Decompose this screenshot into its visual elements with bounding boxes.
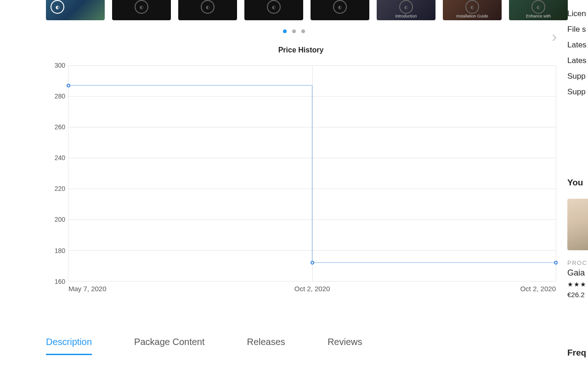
thumbnail-2[interactable]: ◐ [178,0,237,20]
recommended-price: €26.2 [567,291,588,299]
recommended-eyebrow: PROC [567,259,588,266]
thumbnail-caption: Introduction [377,14,435,18]
data-point[interactable] [311,261,314,264]
data-point[interactable] [67,84,70,87]
y-tick: 240 [46,154,65,161]
recommended-thumbnail [567,199,588,250]
thumbnail-6[interactable]: ◐ Installation Guide [443,0,502,20]
data-point[interactable] [554,261,558,264]
detail-label: Licen [567,9,587,18]
detail-label: Supp [567,72,587,81]
price-line [68,65,556,281]
price-history-chart: Price History 300 280 260 240 220 200 18… [46,46,556,295]
thumbnail-1[interactable]: ◐ [112,0,171,20]
chart-title: Price History [46,46,556,54]
y-tick: 280 [46,92,65,100]
chart-plot-area: May 7, 2020 Oct 2, 2020 Oct 2, 2020 [68,65,556,282]
tab-description[interactable]: Description [46,337,92,355]
recommended-card[interactable]: PROC Gaia ★★★ €26.2 [567,199,588,299]
faq-heading: Freq [567,348,586,358]
app-logo-icon: ◐ [51,0,64,14]
recommended-title: Gaia [567,268,588,278]
thumbnail-7[interactable]: ◐ Enhance with [509,0,568,20]
detail-tabs: Description Package Content Releases Rev… [46,337,362,355]
x-tick: May 7, 2020 [68,285,107,293]
thumbnail-4[interactable]: ◐ [311,0,369,20]
app-logo-icon: ◐ [267,0,281,14]
thumbnail-5[interactable]: ◐ Introduction [377,0,435,20]
app-logo-icon: ◐ [531,0,545,14]
thumbnail-caption: Enhance with [509,14,568,18]
carousel-pagination [283,29,305,33]
carousel-dot-2[interactable] [301,29,305,33]
y-tick: 300 [46,62,65,69]
y-tick: 260 [46,123,65,131]
detail-label: Lates [567,56,587,65]
thumbnail-caption: Installation Guide [443,14,502,18]
app-logo-icon: ◐ [399,0,413,14]
detail-label: Lates [567,40,587,50]
carousel-thumbnails: ◐ ◐ ◐ ◐ ◐ ◐ Introduction ◐ Installation … [46,0,588,21]
x-tick: Oct 2, 2020 [520,285,556,293]
star-rating-icon: ★★★ [567,281,588,288]
app-logo-icon: ◐ [135,0,148,14]
tab-reviews[interactable]: Reviews [328,337,362,355]
app-logo-icon: ◐ [333,0,347,14]
thumbnail-3[interactable]: ◐ [244,0,303,20]
carousel-next-button[interactable] [549,32,560,43]
carousel-dot-1[interactable] [292,29,296,33]
app-logo-icon: ◐ [201,0,215,14]
y-tick: 180 [46,247,65,254]
y-tick: 200 [46,216,65,223]
x-tick: Oct 2, 2020 [294,285,330,293]
gridline [556,65,556,281]
app-logo-icon: ◐ [465,0,479,14]
tab-package-content[interactable]: Package Content [134,337,204,355]
tab-releases[interactable]: Releases [247,337,285,355]
details-list: Licen File s Lates Lates Supp Supp [567,9,587,97]
chevron-right-icon [550,33,559,42]
carousel-dot-0[interactable] [283,29,287,33]
y-tick: 220 [46,185,65,192]
recommendations-heading: You [567,178,583,188]
y-tick: 160 [46,278,65,285]
detail-label: Supp [567,87,587,97]
thumbnail-0[interactable]: ◐ [46,0,105,20]
detail-label: File s [567,25,587,34]
